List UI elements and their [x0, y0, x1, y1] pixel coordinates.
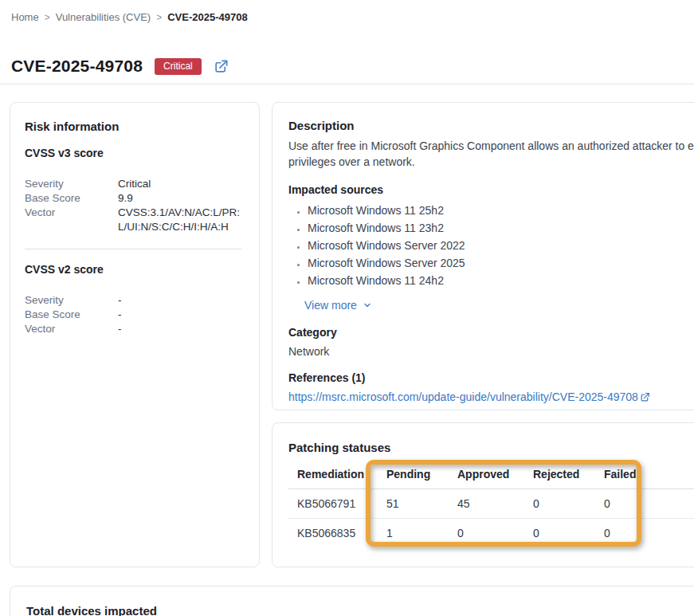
table-header-row: Remediation Pending Approved Rejected Fa… [288, 460, 694, 489]
risk-card-divider [25, 249, 241, 249]
severity-badge: Critical [155, 58, 202, 75]
cvss-v2-title: CVSS v2 score [25, 263, 241, 276]
patching-statuses-table: Remediation Pending Approved Rejected Fa… [288, 460, 694, 547]
approved-cell: 0 [457, 519, 533, 548]
cve-external-link[interactable] [214, 59, 229, 74]
impacted-sources-title: Impacted sources [288, 183, 694, 196]
failed-cell: 0 [604, 519, 668, 548]
failed-cell: 0 [604, 489, 668, 519]
reference-link[interactable]: https://msrc.microsoft.com/update-guide/… [288, 390, 650, 403]
breadcrumb-vulnerabilities-link[interactable]: Vulnerabilities (CVE) [56, 11, 151, 23]
cvss-row-value: - [118, 293, 241, 308]
breadcrumb-current: CVE-2025-49708 [167, 11, 247, 23]
impacted-source-item: Microsoft Windows Server 2022 [308, 238, 694, 253]
cvss-row: Vector CVSS:3.1/AV:N/AC:L/PR:L/UI:N/S:C/… [25, 206, 241, 234]
chevron-down-icon [363, 300, 372, 310]
impacted-source-item: Microsoft Windows 11 25h2 [308, 203, 694, 218]
cvss-row-value: Critical [118, 177, 241, 191]
remediation-cell: KB5066835 [288, 519, 386, 548]
cvss-row-value: CVSS:3.1/AV:N/AC:L/PR:L/UI:N/S:C/C:H/I:H… [118, 206, 243, 234]
category-title: Category [288, 326, 694, 339]
description-title: Description [288, 119, 694, 132]
total-devices-title: Total devices impacted [26, 604, 694, 616]
cvss-v3-title: CVSS v3 score [25, 147, 241, 159]
view-more-button[interactable]: View more [304, 299, 372, 312]
cvss-row-label: Vector [25, 206, 118, 234]
cvss-row-label: Vector [25, 322, 118, 336]
column-header-pending: Pending [386, 460, 457, 489]
patching-statuses-title: Patching statuses [288, 441, 694, 454]
cvss-row: Base Score - [25, 308, 241, 322]
impacted-source-item: Microsoft Windows Server 2025 [308, 256, 694, 270]
cvss-row-label: Base Score [25, 308, 118, 322]
cvss-row-value: 9.9 [118, 191, 241, 206]
description-text: Use after free in Microsoft Graphics Com… [288, 138, 694, 170]
external-link-icon [640, 392, 650, 402]
column-header-approved: Approved [457, 460, 533, 489]
cve-details-card: Description Use after free in Microsoft … [272, 102, 694, 410]
patching-statuses-card: Patching statuses Remediation Pending Ap… [272, 422, 694, 567]
cvss-row-label: Severity [25, 177, 118, 191]
cvss-row: Base Score 9.9 [25, 191, 241, 206]
external-link-icon [214, 59, 229, 74]
rejected-cell: 0 [533, 489, 604, 519]
breadcrumb: Home > Vulnerabilities (CVE) > CVE-2025-… [0, 0, 694, 23]
rejected-cell: 0 [533, 519, 604, 548]
category-value: Network [288, 345, 694, 358]
references-title: References (1) [288, 371, 694, 384]
column-header-remediation: Remediation [288, 460, 386, 489]
cvss-v2-rows: Severity - Base Score - Vector - [25, 293, 241, 336]
table-row: KB5066791 51 45 0 0 [288, 489, 694, 519]
cvss-row: Severity Critical [25, 177, 241, 191]
header-divider [0, 84, 694, 84]
total-devices-card: Total devices impacted [10, 586, 694, 616]
remediation-cell: KB5066791 [288, 489, 386, 519]
page-title: CVE-2025-49708 [11, 57, 143, 76]
column-header-rejected: Rejected [533, 460, 604, 489]
impacted-source-item: Microsoft Windows 11 23h2 [308, 221, 694, 235]
impacted-sources-list: Microsoft Windows 11 25h2 Microsoft Wind… [288, 203, 694, 288]
cvss-row-value: - [118, 322, 241, 336]
view-more-label: View more [304, 299, 357, 312]
table-row: KB5066835 1 0 0 0 [288, 519, 694, 548]
risk-information-card: Risk information CVSS v3 score Severity … [10, 102, 260, 567]
breadcrumb-separator: > [156, 12, 162, 23]
cvss-row-value: - [118, 308, 241, 322]
risk-information-title: Risk information [25, 120, 241, 133]
cvss-v3-rows: Severity Critical Base Score 9.9 Vector … [25, 177, 241, 234]
impacted-source-item: Microsoft Windows 11 24h2 [308, 273, 694, 288]
pending-cell: 51 [386, 489, 457, 519]
cvss-row-label: Base Score [25, 191, 118, 206]
cvss-row: Severity - [25, 293, 241, 308]
breadcrumb-home-link[interactable]: Home [11, 11, 39, 23]
pending-cell: 1 [386, 519, 457, 548]
breadcrumb-separator: > [45, 12, 50, 23]
approved-cell: 45 [457, 489, 533, 519]
cvss-row: Vector - [25, 322, 241, 336]
column-header-failed: Failed [604, 460, 668, 489]
page-header: CVE-2025-49708 Critical [11, 57, 694, 76]
reference-url-text: https://msrc.microsoft.com/update-guide/… [288, 390, 638, 403]
cvss-row-label: Severity [25, 293, 118, 308]
